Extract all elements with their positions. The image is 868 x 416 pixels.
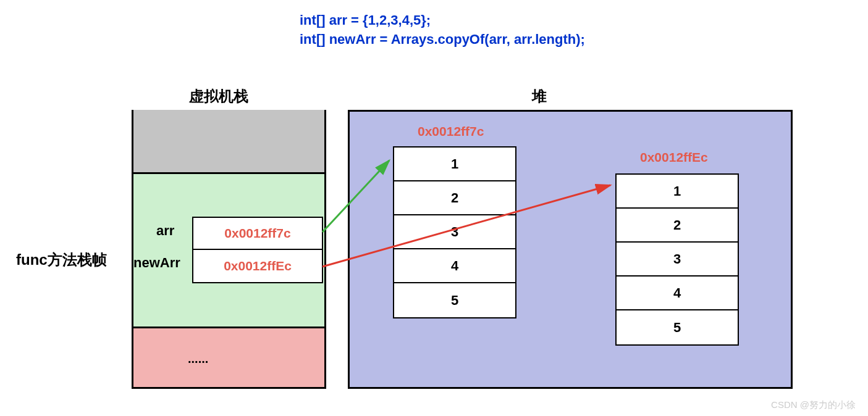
heap-array-2: 1 2 3 4 5	[615, 173, 739, 346]
code-snippet: int[] arr = {1,2,3,4,5}; int[] newArr = …	[300, 11, 585, 49]
arr1-cell: 4	[394, 249, 515, 283]
arr2-cell: 1	[617, 175, 738, 209]
stack-title: 虚拟机栈	[189, 86, 248, 106]
var-arr-value: 0x0012ff7c	[193, 218, 322, 250]
func-frame-label: func方法栈帧	[16, 250, 107, 270]
arr1-cell: 3	[394, 215, 515, 249]
arr2-cell: 5	[617, 310, 738, 344]
heap-title: 堆	[532, 86, 547, 106]
heap-addr-2: 0x0012ffEc	[640, 150, 708, 165]
var-newarr-label: newArr	[133, 255, 180, 271]
arr1-cell: 1	[394, 148, 515, 181]
arr2-cell: 3	[617, 243, 738, 277]
heap-array-1: 1 2 3 4 5	[393, 146, 516, 318]
arr2-cell: 2	[617, 209, 738, 243]
heap-addr-1: 0x0012ff7c	[418, 124, 484, 139]
var-table: 0x0012ff7c 0x0012ffEc	[192, 217, 323, 283]
var-newarr-value: 0x0012ffEc	[193, 250, 322, 282]
stack-dots: ......	[188, 352, 208, 366]
arr2-cell: 4	[617, 277, 738, 310]
code-line-1: int[] arr = {1,2,3,4,5};	[300, 11, 585, 30]
arr1-cell: 5	[394, 283, 515, 317]
stack-container: arr newArr 0x0012ff7c 0x0012ffEc ......	[132, 110, 326, 389]
stack-bottom-frame: ......	[133, 328, 324, 387]
stack-top-frame	[133, 110, 324, 174]
watermark: CSDN @努力的小徐	[771, 399, 856, 411]
code-line-2: int[] newArr = Arrays.copyOf(arr, arr.le…	[300, 30, 585, 49]
func-frame: arr newArr 0x0012ff7c 0x0012ffEc	[133, 174, 324, 328]
arr1-cell: 2	[394, 181, 515, 215]
var-arr-label: arr	[156, 223, 174, 239]
heap-container: 0x0012ff7c 0x0012ffEc 1 2 3 4 5 1 2 3 4 …	[348, 110, 793, 389]
